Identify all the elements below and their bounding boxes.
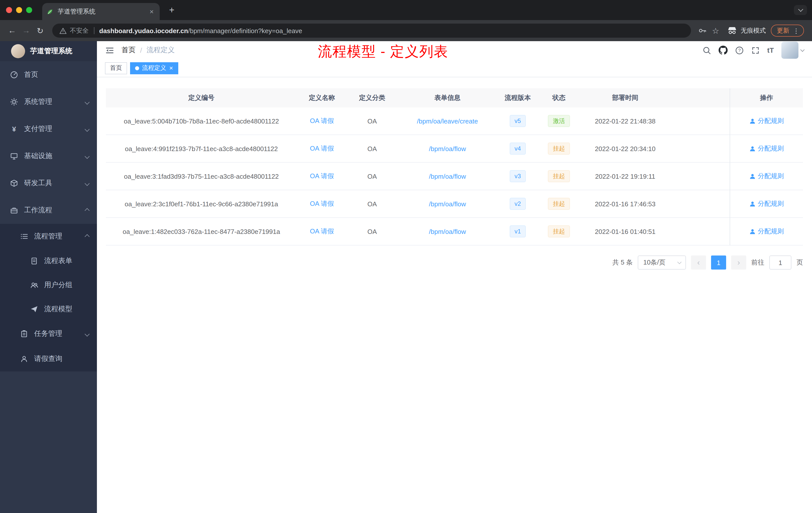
sidebar-item-workflow[interactable]: 工作流程 (0, 197, 97, 224)
sidebar-toggle-button[interactable] (105, 46, 115, 55)
assign-rule-link[interactable]: 分配规则 (749, 227, 784, 236)
cell-actions: 分配规则 (730, 144, 803, 153)
assign-rule-link[interactable]: 分配规则 (749, 117, 784, 125)
reload-button[interactable] (33, 24, 47, 38)
fullscreen-icon[interactable] (751, 46, 760, 55)
form-link[interactable]: /bpm/oa/flow (429, 228, 466, 235)
assign-rule-label: 分配规则 (758, 227, 784, 236)
window-zoom-button[interactable] (26, 7, 32, 13)
sidebar-item-label: 首页 (24, 70, 89, 79)
cell-category: OA (347, 228, 397, 235)
help-icon[interactable]: ? (735, 46, 744, 55)
browser-tab[interactable]: 芋道管理系统 (42, 3, 160, 20)
sidebar-item-process-management[interactable]: 流程管理 (0, 224, 97, 249)
next-page-button[interactable] (731, 255, 746, 270)
url-text: dashboard.yudao.iocoder.cn/bpm/manager/d… (99, 27, 302, 34)
sidebar-item-process-models[interactable]: 流程模型 (0, 297, 97, 321)
definition-name-link[interactable]: OA 请假 (310, 199, 334, 208)
cell-definition-name: OA 请假 (297, 144, 347, 153)
workflow-icon (10, 206, 18, 214)
table-row: oa_leave:3:1fad3d93-7b75-11ec-a3c8-acde4… (106, 163, 803, 190)
tag-process-definition[interactable]: 流程定义 (130, 62, 178, 74)
total-count: 共 5 条 (612, 258, 633, 267)
forward-button[interactable] (19, 24, 33, 38)
tab-close-icon[interactable] (148, 7, 156, 16)
table-body: oa_leave:5:004b710b-7b8a-11ec-8ef0-acde4… (106, 108, 803, 245)
password-key-icon[interactable] (696, 24, 709, 37)
url-domain: dashboard.yudao.iocoder.cn (99, 27, 188, 34)
github-icon[interactable] (719, 46, 728, 55)
sidebar-item-dev-tools[interactable]: 研发工具 (0, 170, 97, 197)
payment-icon (10, 125, 18, 133)
cell-form-info: /bpm/oa/leave/create (397, 117, 498, 125)
main-panel: 首页 流程定义 流程模型 - 定义列表 ? (97, 41, 812, 513)
breadcrumb-home[interactable]: 首页 (121, 46, 136, 55)
table-row: oa_leave:4:991f2193-7b7f-11ec-a3c8-acde4… (106, 135, 803, 163)
assign-rule-link[interactable]: 分配规则 (749, 144, 784, 153)
new-tab-button[interactable] (166, 4, 178, 16)
definition-name-link[interactable]: OA 请假 (310, 144, 334, 153)
cell-form-info: /bpm/oa/flow (397, 200, 498, 208)
form-link[interactable]: /bpm/oa/flow (429, 173, 466, 180)
cell-definition-id: oa_leave:5:004b710b-7b8a-11ec-8ef0-acde4… (106, 117, 297, 125)
form-link[interactable]: /bpm/oa/flow (429, 200, 466, 208)
window-close-button[interactable] (6, 7, 12, 13)
definition-name-link[interactable]: OA 请假 (310, 117, 334, 125)
sidebar-item-process-forms[interactable]: 流程表单 (0, 249, 97, 273)
assign-rule-link[interactable]: 分配规则 (749, 199, 784, 208)
page-button-1[interactable]: 1 (711, 255, 726, 270)
tab-favicon-icon (46, 8, 54, 15)
sidebar-item-task-management[interactable]: 任务管理 (0, 321, 97, 346)
search-icon[interactable] (702, 46, 711, 55)
bookmark-star-icon[interactable] (709, 24, 722, 37)
cell-actions: 分配规则 (730, 199, 803, 208)
back-button[interactable] (5, 24, 19, 38)
update-label: 更新 (777, 26, 789, 35)
sidebar-item-infrastructure[interactable]: 基础设施 (0, 143, 97, 170)
font-size-icon[interactable] (767, 46, 774, 54)
cell-status: 挂起 (538, 143, 580, 155)
workflow-submenu: 流程管理 流程表单 用户分组 流程模型 任务管理 (0, 224, 97, 371)
tab-search-button[interactable] (794, 5, 807, 15)
cell-deploy-time: 2022-01-22 19:19:11 (580, 173, 670, 180)
page-size-select[interactable]: 10条/页 (638, 255, 686, 270)
sidebar-item-user-groups[interactable]: 用户分组 (0, 273, 97, 297)
definition-name-link[interactable]: OA 请假 (310, 227, 334, 236)
sidebar-item-home[interactable]: 首页 (0, 61, 97, 88)
browser-menu-icon[interactable] (793, 27, 800, 34)
user-menu[interactable] (781, 42, 804, 59)
paper-plane-icon (30, 305, 38, 313)
chrome-update-button[interactable]: 更新 (771, 25, 804, 37)
address-bar[interactable]: 不安全 dashboard.yudao.iocoder.cn/bpm/manag… (52, 24, 691, 38)
sidebar-item-label: 流程表单 (44, 256, 89, 266)
sidebar-item-payment-management[interactable]: 支付管理 (0, 116, 97, 143)
assign-rule-link[interactable]: 分配规则 (749, 172, 784, 181)
goto-label: 前往 (751, 258, 764, 267)
avatar[interactable] (781, 42, 799, 59)
sidebar-item-label: 流程管理 (34, 232, 79, 241)
tag-close-icon[interactable] (169, 64, 173, 72)
person-icon (749, 173, 756, 179)
infrastructure-icon (10, 152, 18, 160)
cell-version: v4 (498, 143, 538, 155)
sidebar-item-leave-query[interactable]: 请假查询 (0, 346, 97, 371)
sidebar-item-system-management[interactable]: 系统管理 (0, 88, 97, 116)
document-icon (30, 257, 38, 265)
goto-page-input[interactable] (769, 255, 791, 270)
cell-form-info: /bpm/oa/flow (397, 173, 498, 180)
form-link[interactable]: /bpm/oa/leave/create (417, 117, 478, 125)
cell-version: v3 (498, 170, 538, 182)
definition-name-link[interactable]: OA 请假 (310, 172, 334, 181)
content-area: 定义编号 定义名称 定义分类 表单信息 流程版本 状态 部署时间 操作 oa_l… (97, 77, 812, 513)
sidebar-item-label: 用户分组 (44, 280, 89, 290)
tag-home[interactable]: 首页 (105, 62, 127, 74)
clipboard-icon (20, 330, 28, 338)
prev-page-button[interactable] (691, 255, 706, 270)
security-label: 不安全 (70, 26, 89, 35)
window-minimize-button[interactable] (16, 7, 22, 13)
form-link[interactable]: /bpm/oa/flow (429, 145, 466, 152)
cell-definition-name: OA 请假 (297, 172, 347, 181)
sidebar-item-label: 任务管理 (34, 329, 79, 338)
app-frame: 芋道管理系统 首页 系统管理 支付管理 基础设施 (0, 41, 812, 513)
cell-form-info: /bpm/oa/flow (397, 228, 498, 235)
